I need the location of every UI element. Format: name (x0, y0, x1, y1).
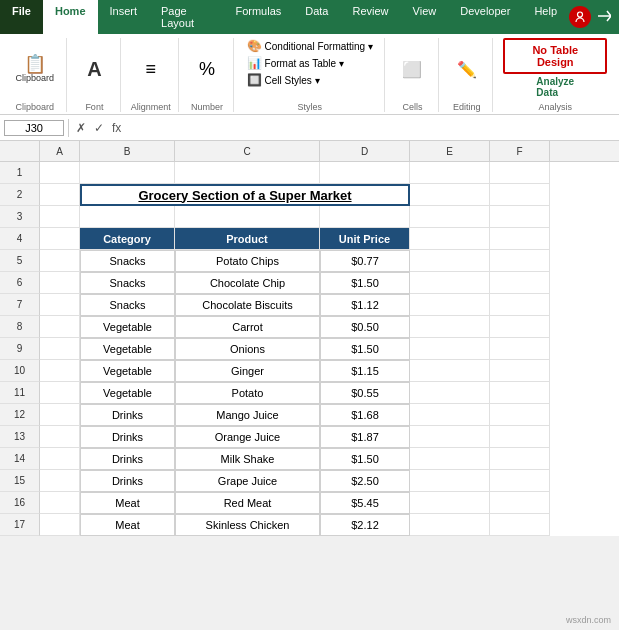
cell-b17[interactable]: Meat (80, 514, 175, 536)
editing-btn[interactable]: ✏️ (449, 58, 485, 81)
cell-e5[interactable] (410, 250, 490, 272)
user-icon[interactable] (569, 6, 591, 28)
cell-b8[interactable]: Vegetable (80, 316, 175, 338)
cell-f2[interactable] (490, 184, 550, 206)
cell-d10[interactable]: $1.15 (320, 360, 410, 382)
cell-d9[interactable]: $1.50 (320, 338, 410, 360)
cell-a17[interactable] (40, 514, 80, 536)
cell-e7[interactable] (410, 294, 490, 316)
cell-d3[interactable] (320, 206, 410, 228)
cell-e3[interactable] (410, 206, 490, 228)
cell-b4-header[interactable]: Category (80, 228, 175, 250)
cell-a15[interactable] (40, 470, 80, 492)
cell-a10[interactable] (40, 360, 80, 382)
cell-f14[interactable] (490, 448, 550, 470)
cell-f11[interactable] (490, 382, 550, 404)
cell-c11[interactable]: Potato (175, 382, 320, 404)
cell-b13[interactable]: Drinks (80, 426, 175, 448)
clipboard-btn[interactable]: 📋 Clipboard (12, 53, 59, 85)
alignment-btn[interactable]: ≡ (133, 57, 169, 82)
cell-c1[interactable] (175, 162, 320, 184)
cell-e2[interactable] (410, 184, 490, 206)
cell-f15[interactable] (490, 470, 550, 492)
cell-a16[interactable] (40, 492, 80, 514)
formula-confirm[interactable]: ✓ (91, 120, 107, 136)
tab-developer[interactable]: Developer (448, 0, 522, 34)
formula-input[interactable] (128, 121, 615, 135)
tab-insert[interactable]: Insert (98, 0, 150, 34)
cell-b11[interactable]: Vegetable (80, 382, 175, 404)
cell-f13[interactable] (490, 426, 550, 448)
tab-pagelayout[interactable]: Page Layout (149, 0, 223, 34)
cell-e6[interactable] (410, 272, 490, 294)
cells-btn[interactable]: ⬜ (394, 58, 430, 81)
cell-b9[interactable]: Vegetable (80, 338, 175, 360)
cell-b14[interactable]: Drinks (80, 448, 175, 470)
tab-review[interactable]: Review (341, 0, 401, 34)
cell-b7[interactable]: Snacks (80, 294, 175, 316)
tab-data[interactable]: Data (293, 0, 340, 34)
cell-styles-btn[interactable]: 🔲 Cell Styles ▾ (243, 72, 324, 88)
cell-d14[interactable]: $1.50 (320, 448, 410, 470)
cell-d7[interactable]: $1.12 (320, 294, 410, 316)
cell-b1[interactable] (80, 162, 175, 184)
cell-b16[interactable]: Meat (80, 492, 175, 514)
title-cell[interactable]: Grocery Section of a Super Market (80, 184, 410, 206)
cell-a8[interactable] (40, 316, 80, 338)
cell-f8[interactable] (490, 316, 550, 338)
cell-c10[interactable]: Ginger (175, 360, 320, 382)
tab-help[interactable]: Help (522, 0, 569, 34)
cell-c9[interactable]: Onions (175, 338, 320, 360)
cell-f16[interactable] (490, 492, 550, 514)
cell-c15[interactable]: Grape Juice (175, 470, 320, 492)
cell-f17[interactable] (490, 514, 550, 536)
cell-c7[interactable]: Chocolate Biscuits (175, 294, 320, 316)
formula-fx[interactable]: fx (109, 120, 124, 136)
cell-e4[interactable] (410, 228, 490, 250)
cell-c14[interactable]: Milk Shake (175, 448, 320, 470)
cell-e17[interactable] (410, 514, 490, 536)
cell-d5[interactable]: $0.77 (320, 250, 410, 272)
cell-f6[interactable] (490, 272, 550, 294)
cell-c16[interactable]: Red Meat (175, 492, 320, 514)
cell-a5[interactable] (40, 250, 80, 272)
cell-e10[interactable] (410, 360, 490, 382)
cell-d6[interactable]: $1.50 (320, 272, 410, 294)
cell-e1[interactable] (410, 162, 490, 184)
cell-c3[interactable] (175, 206, 320, 228)
cell-b12[interactable]: Drinks (80, 404, 175, 426)
tab-formulas[interactable]: Formulas (223, 0, 293, 34)
cell-e13[interactable] (410, 426, 490, 448)
cell-f1[interactable] (490, 162, 550, 184)
cell-c6[interactable]: Chocolate Chip (175, 272, 320, 294)
no-table-design-button[interactable]: No Table Design (503, 38, 607, 74)
conditional-formatting-btn[interactable]: 🎨 Conditional Formatting ▾ (243, 38, 377, 54)
cell-e8[interactable] (410, 316, 490, 338)
cell-b6[interactable]: Snacks (80, 272, 175, 294)
number-btn[interactable]: % (189, 57, 225, 82)
tab-view[interactable]: View (401, 0, 449, 34)
cell-a14[interactable] (40, 448, 80, 470)
cell-c8[interactable]: Carrot (175, 316, 320, 338)
cell-e16[interactable] (410, 492, 490, 514)
cell-d1[interactable] (320, 162, 410, 184)
cell-e14[interactable] (410, 448, 490, 470)
font-btn[interactable]: A (76, 56, 112, 83)
cell-d16[interactable]: $5.45 (320, 492, 410, 514)
cell-a13[interactable] (40, 426, 80, 448)
cell-d11[interactable]: $0.55 (320, 382, 410, 404)
tab-home[interactable]: Home (43, 0, 98, 34)
cell-c12[interactable]: Mango Juice (175, 404, 320, 426)
cell-f10[interactable] (490, 360, 550, 382)
cell-c4-header[interactable]: Product (175, 228, 320, 250)
cell-d15[interactable]: $2.50 (320, 470, 410, 492)
cell-d8[interactable]: $0.50 (320, 316, 410, 338)
cell-f3[interactable] (490, 206, 550, 228)
cell-e11[interactable] (410, 382, 490, 404)
cell-a12[interactable] (40, 404, 80, 426)
cell-c17[interactable]: Skinless Chicken (175, 514, 320, 536)
cell-b10[interactable]: Vegetable (80, 360, 175, 382)
cell-a9[interactable] (40, 338, 80, 360)
cell-e9[interactable] (410, 338, 490, 360)
cell-f12[interactable] (490, 404, 550, 426)
